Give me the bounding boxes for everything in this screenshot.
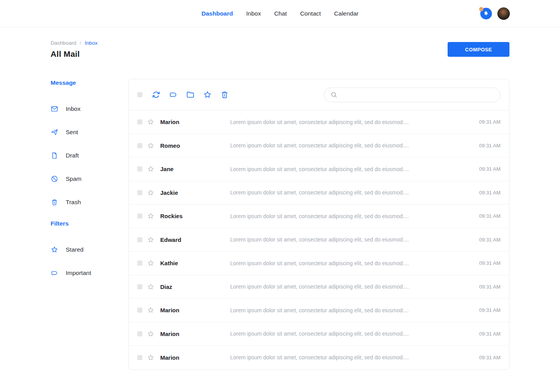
star-icon[interactable] xyxy=(147,118,154,126)
row-checkbox[interactable] xyxy=(137,119,142,124)
star-icon[interactable] xyxy=(147,354,154,361)
star-icon[interactable] xyxy=(147,330,154,338)
message-preview: Lorem ipsum dolor sit amet, consectetur … xyxy=(230,142,466,149)
sidebar-item-inbox[interactable]: Inbox xyxy=(51,97,128,121)
search-box xyxy=(324,88,500,102)
sidebar-item-label: Important xyxy=(66,270,91,276)
mail-row[interactable]: RockiesLorem ipsum dolor sit amet, conse… xyxy=(129,205,509,228)
mail-row[interactable]: JackieLorem ipsum dolor sit amet, consec… xyxy=(129,181,509,205)
trash-icon[interactable] xyxy=(220,90,229,99)
star-icon[interactable] xyxy=(147,283,154,290)
content-area: MessageInboxSentDraftSpamTrashFiltersSta… xyxy=(0,79,560,370)
message-time: 09:31 AM xyxy=(472,331,500,337)
mail-row[interactable]: MarionLorem ipsum dolor sit amet, consec… xyxy=(129,110,509,134)
star-icon[interactable] xyxy=(147,306,154,314)
sidebar-item-trash[interactable]: Trash xyxy=(51,191,128,214)
select-all-checkbox[interactable] xyxy=(137,92,142,97)
sidebar-item-stared[interactable]: Stared xyxy=(51,238,128,261)
sidebar-item-sent[interactable]: Sent xyxy=(51,121,128,144)
bell-icon xyxy=(483,10,489,17)
row-checkbox[interactable] xyxy=(137,261,142,266)
inbox-icon xyxy=(51,105,58,113)
breadcrumb-separator: / xyxy=(80,40,81,46)
compose-button[interactable]: COMPOSE xyxy=(448,42,509,57)
mail-row[interactable]: EdwardLorem ipsum dolor sit amet, consec… xyxy=(129,228,509,252)
sender-name: Edward xyxy=(160,236,230,243)
star-icon[interactable] xyxy=(147,259,154,267)
mail-row[interactable]: RomeoLorem ipsum dolor sit amet, consect… xyxy=(129,134,509,158)
mail-row[interactable]: MarionLorem ipsum dolor sit amet, consec… xyxy=(129,299,509,322)
row-checkbox[interactable] xyxy=(137,143,142,148)
row-checkbox[interactable] xyxy=(137,331,142,336)
row-checkbox[interactable] xyxy=(137,308,142,313)
sidebar-item-label: Stared xyxy=(66,246,84,253)
nav-item-calendar[interactable]: Calendar xyxy=(334,10,359,17)
mail-list: MarionLorem ipsum dolor sit amet, consec… xyxy=(129,110,509,369)
row-checkbox[interactable] xyxy=(137,214,142,219)
nav-item-chat[interactable]: Chat xyxy=(274,10,287,17)
star-icon[interactable] xyxy=(147,236,154,243)
mail-panel: MarionLorem ipsum dolor sit amet, consec… xyxy=(128,79,509,370)
trash-icon xyxy=(51,198,58,206)
message-time: 09:31 AM xyxy=(472,166,500,172)
sidebar-section-header-message: Message xyxy=(51,79,128,86)
row-checkbox[interactable] xyxy=(137,190,142,195)
sender-name: Romeo xyxy=(160,142,230,149)
row-checkbox[interactable] xyxy=(137,284,142,289)
mail-row[interactable]: MarionLorem ipsum dolor sit amet, consec… xyxy=(129,322,509,346)
sidebar-item-important[interactable]: Important xyxy=(51,261,128,285)
message-preview: Lorem ipsum dolor sit amet, consectetur … xyxy=(230,213,466,219)
message-preview: Lorem ipsum dolor sit amet, consectetur … xyxy=(230,307,466,313)
sender-name: Kathie xyxy=(160,260,230,266)
message-time: 09:31 AM xyxy=(472,237,500,243)
mail-row[interactable]: JaneLorem ipsum dolor sit amet, consecte… xyxy=(129,158,509,181)
refresh-icon[interactable] xyxy=(152,90,161,99)
message-time: 09:31 AM xyxy=(472,284,500,290)
draft-icon xyxy=(51,152,58,159)
mail-row[interactable]: KathieLorem ipsum dolor sit amet, consec… xyxy=(129,252,509,275)
page-title: All Mail xyxy=(51,49,98,59)
navbar-right xyxy=(480,0,510,27)
sent-icon xyxy=(51,128,58,136)
user-avatar[interactable] xyxy=(497,7,510,20)
message-time: 09:31 AM xyxy=(472,355,500,360)
sidebar-item-draft[interactable]: Draft xyxy=(51,144,128,167)
star-icon[interactable] xyxy=(147,212,154,220)
search-input[interactable] xyxy=(341,92,494,98)
sidebar-item-label: Trash xyxy=(66,199,81,206)
nav-item-contact[interactable]: Contact xyxy=(300,10,321,17)
notifications-button[interactable] xyxy=(480,8,492,19)
star-icon[interactable] xyxy=(203,90,212,99)
star-icon[interactable] xyxy=(147,142,154,149)
mail-row[interactable]: DiazLorem ipsum dolor sit amet, consecte… xyxy=(129,275,509,299)
row-checkbox[interactable] xyxy=(137,355,142,360)
message-preview: Lorem ipsum dolor sit amet, consectetur … xyxy=(230,236,466,243)
message-time: 09:31 AM xyxy=(472,260,500,266)
sender-name: Marion xyxy=(160,119,230,125)
nav-item-inbox[interactable]: Inbox xyxy=(246,10,261,17)
message-time: 09:31 AM xyxy=(472,190,500,196)
breadcrumb-dashboard[interactable]: Dashboard xyxy=(51,40,76,46)
breadcrumb-inbox[interactable]: Inbox xyxy=(85,40,98,46)
nav-item-dashboard[interactable]: Dashboard xyxy=(201,10,233,17)
label-icon[interactable] xyxy=(169,90,178,99)
message-time: 09:31 AM xyxy=(472,119,500,125)
star-icon xyxy=(51,246,58,254)
message-preview: Lorem ipsum dolor sit amet, consectetur … xyxy=(230,354,466,360)
message-time: 09:31 AM xyxy=(472,143,500,149)
mail-row[interactable]: MarionLorem ipsum dolor sit amet, consec… xyxy=(129,346,509,369)
star-icon[interactable] xyxy=(147,189,154,196)
message-time: 09:31 AM xyxy=(472,307,500,313)
title-block: Dashboard / Inbox All Mail xyxy=(51,40,98,59)
sidebar-section-header-filters: Filters xyxy=(51,220,128,227)
star-icon[interactable] xyxy=(147,165,154,173)
top-navbar: DashboardInboxChatContactCalendar xyxy=(0,0,560,27)
notification-badge-dot xyxy=(479,7,483,11)
folder-icon[interactable] xyxy=(186,90,195,99)
sidebar-item-spam[interactable]: Spam xyxy=(51,167,128,191)
row-checkbox[interactable] xyxy=(137,237,142,242)
sidebar-item-label: Sent xyxy=(66,129,78,136)
message-preview: Lorem ipsum dolor sit amet, consectetur … xyxy=(230,331,466,337)
row-checkbox[interactable] xyxy=(137,166,142,172)
message-preview: Lorem ipsum dolor sit amet, consectetur … xyxy=(230,284,466,290)
